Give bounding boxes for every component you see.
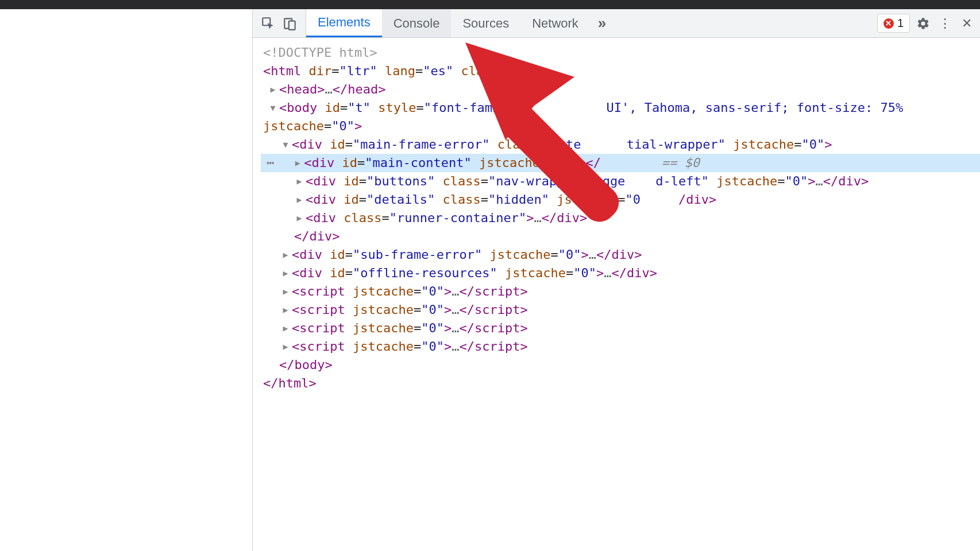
html-open[interactable]: <html dir="ltr" lang="es" clas: [261, 62, 980, 80]
tab-console[interactable]: Console: [382, 9, 452, 37]
main-frame-error-node[interactable]: <div id="main-frame-error" class="inte t…: [261, 135, 980, 154]
expand-icon[interactable]: [292, 154, 303, 172]
tab-network[interactable]: Network: [520, 9, 590, 37]
svg-rect-2: [289, 21, 295, 29]
devtools-tabs: Elements Console Sources Network »: [306, 9, 614, 37]
error-badge[interactable]: ✕ 1: [877, 14, 910, 33]
devtools-panel: Elements Console Sources Network » ✕ 1 ⋮…: [253, 9, 980, 551]
close-body[interactable]: </body>: [261, 356, 980, 374]
doctype-line[interactable]: <!DOCTYPE html>: [261, 44, 980, 62]
expand-icon[interactable]: [268, 80, 278, 99]
script-node-4[interactable]: <script jstcache="0">…</script>: [261, 337, 980, 356]
sub-frame-error-node[interactable]: <div id="sub-frame-error" jstcache="0">……: [261, 246, 980, 264]
expand-icon[interactable]: [280, 282, 291, 301]
expand-icon[interactable]: [294, 191, 304, 209]
script-node-3[interactable]: <script jstcache="0">…</script>: [261, 319, 980, 337]
offline-resources-node[interactable]: <div id="offline-resources" jstcache="0"…: [261, 264, 980, 282]
expand-icon[interactable]: [280, 337, 291, 356]
tab-elements[interactable]: Elements: [306, 9, 382, 37]
expand-icon[interactable]: [280, 301, 291, 319]
main-content-node[interactable]: ⋯ <div id="main-content" jstcache="0">…<…: [261, 154, 980, 172]
inspect-element-icon[interactable]: [260, 15, 277, 32]
collapse-icon[interactable]: [280, 135, 291, 154]
close-main-frame-error[interactable]: </div>: [261, 227, 980, 246]
expand-icon[interactable]: [294, 209, 304, 227]
expand-icon[interactable]: [280, 264, 291, 282]
browser-chrome-edge: [0, 0, 980, 9]
page-preview-pane: [0, 9, 253, 551]
kebab-menu-icon[interactable]: ⋮: [936, 15, 954, 32]
dom-tree[interactable]: <!DOCTYPE html> <html dir="ltr" lang="es…: [253, 38, 980, 398]
devtools-toolbar: Elements Console Sources Network » ✕ 1 ⋮…: [253, 9, 980, 38]
collapse-icon[interactable]: [268, 99, 278, 117]
ellipsis-icon[interactable]: ⋯: [267, 154, 274, 172]
body-open[interactable]: <body id="t" style="font-famil UI', Taho…: [261, 99, 980, 117]
script-node-2[interactable]: <script jstcache="0">…</script>: [261, 301, 980, 319]
toolbar-inspect-group: [253, 9, 306, 37]
body-open-l2[interactable]: jstcache="0">: [261, 117, 980, 135]
runner-node[interactable]: <div class="runner-container">…</div>: [261, 209, 980, 227]
expand-icon[interactable]: [280, 246, 291, 264]
error-icon: ✕: [883, 18, 894, 29]
toolbar-right-group: ✕ 1 ⋮ ✕: [873, 9, 980, 37]
more-tabs-icon[interactable]: »: [590, 9, 614, 37]
device-toolbar-icon[interactable]: [281, 15, 299, 32]
script-node-1[interactable]: <script jstcache="0">…</script>: [261, 282, 980, 301]
expand-icon[interactable]: [280, 319, 291, 337]
details-node[interactable]: <div id="details" class="hidden" jstcach…: [261, 191, 980, 209]
tab-sources[interactable]: Sources: [451, 9, 520, 37]
head-node[interactable]: <head>…</head>: [261, 80, 980, 99]
error-count: 1: [897, 17, 904, 30]
settings-icon[interactable]: [915, 15, 932, 32]
close-html[interactable]: </html>: [261, 374, 980, 393]
expand-icon[interactable]: [294, 172, 304, 191]
buttons-node[interactable]: <div id="buttons" class="nav-wrapper sug…: [261, 172, 980, 191]
close-icon[interactable]: ✕: [958, 15, 975, 32]
